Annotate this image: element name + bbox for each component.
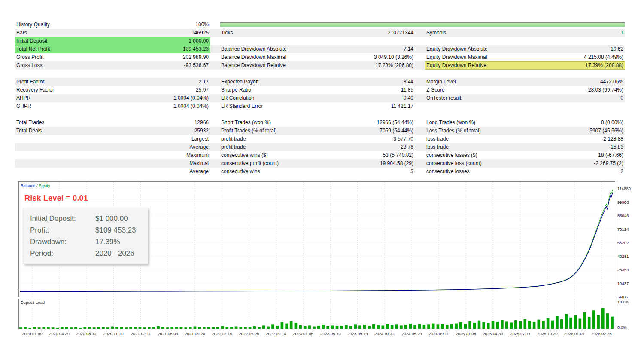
deposit-load-bar [139,327,142,329]
deposit-load-bar [226,327,229,329]
stats-column-gap [415,102,425,110]
stat-cell-middle: Expected Payoff8.44 [220,78,415,86]
stat-label: profit trade [221,135,246,143]
x-axis-date-label: 2023.09.19 [343,331,373,336]
y-axis-label: 99968 [617,200,641,205]
stat-label: Loss Trades (% of total) [426,127,481,135]
deposit-load-bar [198,327,201,329]
deposit-load-bar [258,327,261,329]
x-axis-date-label: 2022.09.14 [261,331,291,336]
stats-column-gap [210,143,220,151]
stat-value: 210721344 [388,29,413,37]
stats-row: Averageprofit trade28.76loss trade-15.83 [15,143,625,151]
deposit-load-bar [61,327,64,329]
stat-cell-middle: Balance Drawdown Maximal3 049.10 (3.26%) [220,53,415,61]
stat-value: 12966 (54.44%) [377,119,413,127]
stats-row: Profit Factor2.17Expected Payoff8.44Marg… [15,78,625,86]
deposit-load-bar [482,322,485,329]
deposit-load-bar [65,327,68,329]
deposit-load-bar [290,321,293,329]
stats-row: Bars146925Ticks210721344Symbols1 [15,29,625,37]
stat-cell-middle: consecutive wins3 [220,168,415,176]
deposit-load-bar [547,318,550,329]
deposit-load-bar [446,325,449,329]
x-axis-date-label: 2020.11.10 [98,331,128,336]
x-axis-date-label: 2025.04.30 [478,331,508,336]
deposit-load-bar [382,325,385,329]
stats-column-gap [415,45,425,53]
info-box-row: Profit:$109 453.23 [30,224,142,236]
stat-label: History Quality [16,21,50,29]
risk-level-annotation: Risk Level = 0.01 [24,194,88,203]
deposit-load-bar [427,324,430,329]
stat-value: 1 [620,29,623,37]
stat-cell-middle: profit trade3 577.70 [220,135,415,143]
deposit-load-bar [510,323,513,329]
deposit-load-bar [588,317,591,329]
stat-value: 8.44 [404,78,413,86]
x-axis-date-label: 2020.01.09 [17,331,47,336]
stat-label: Symbols [426,29,446,37]
x-axis-date-label: 2022.05.25 [234,331,264,336]
stats-column-gap [415,94,425,102]
chart-legend: Balance / Equity [21,183,50,188]
stat-cell-right [425,37,625,45]
stat-value: 19 904.58 (29) [380,159,413,168]
stats-row: History Quality100% [15,21,625,29]
balance-equity-plot[interactable]: Balance / Equity Risk Level = 0.01 Initi… [18,181,615,297]
x-axis-date-label: 2022.02.15 [207,331,237,336]
stat-cell-left: GHPR1.0004 (0.04%) [15,102,210,110]
deposit-load-bar [423,325,426,329]
stats-column-gap [415,151,425,159]
deposit-load-bar [281,322,284,329]
stat-cell-middle: Balance Drawdown Absolute7.14 [220,45,415,53]
deposit-load-bar [184,327,187,329]
stats-column-gap [210,78,220,86]
stat-cell-left: Gross Profit202 989.90 [15,53,210,61]
deposit-load-bar [386,324,389,329]
stats-row: Initial Deposit1 000.00 [15,37,625,45]
deposit-load-bar [19,327,22,329]
stat-label: consecutive profit (count) [221,159,279,168]
stat-cell-left: Initial Deposit1 000.00 [15,37,210,45]
deposit-load-plot[interactable]: Deposit Load [18,299,615,329]
deposit-load-bar [42,327,45,329]
stat-label: LR Correlation [221,94,254,102]
deposit-load-bar [468,321,471,329]
stat-value: 28.76 [401,143,413,151]
deposit-load-bar [519,321,522,329]
deposit-load-svg[interactable] [19,299,615,329]
deposit-load-bar [363,325,366,329]
stat-value: 0.49 [404,94,413,102]
deposit-load-bar [221,326,224,329]
x-axis-date-label: 2020.08.12 [71,331,101,336]
deposit-load-bar [345,325,348,329]
stat-cell-left: Bars146925 [15,29,210,37]
y-axis-label: 85046 [617,213,641,218]
stat-value: 4 215.08 (4.49%) [584,53,623,61]
stat-label: Initial Deposit [16,37,47,45]
info-box-row: Initial Deposit:$1 000.00 [30,213,142,224]
stat-value: Largest [191,135,209,143]
deposit-load-bar [111,327,114,329]
info-box-label: Period: [30,249,95,258]
stat-value: -2 269.75 (2) [594,159,623,168]
stat-label: Balance Drawdown Maximal [221,53,286,61]
stat-value: 2 [620,168,623,176]
deposit-load-bar [70,327,73,329]
stat-value: -93 536.67 [184,61,209,70]
stat-label: GHPR [16,102,31,110]
deposit-load-bar [79,328,82,329]
deposit-load-bar [487,323,490,329]
deposit-load-label: Deposit Load [21,300,45,305]
stat-label: profit trade [221,143,246,151]
stat-label: Total Trades [16,119,44,127]
history-quality-progress-bar [220,22,625,27]
stat-cell-left: AHPR1.0004 (0.04%) [15,94,210,102]
deposit-load-bar [583,312,586,329]
deposit-load-bar [524,319,527,329]
deposit-load-bar [28,328,31,329]
stats-column-gap [210,29,220,37]
deposit-axis-max-label: 10.0% [617,300,641,304]
deposit-load-bar [404,325,407,329]
